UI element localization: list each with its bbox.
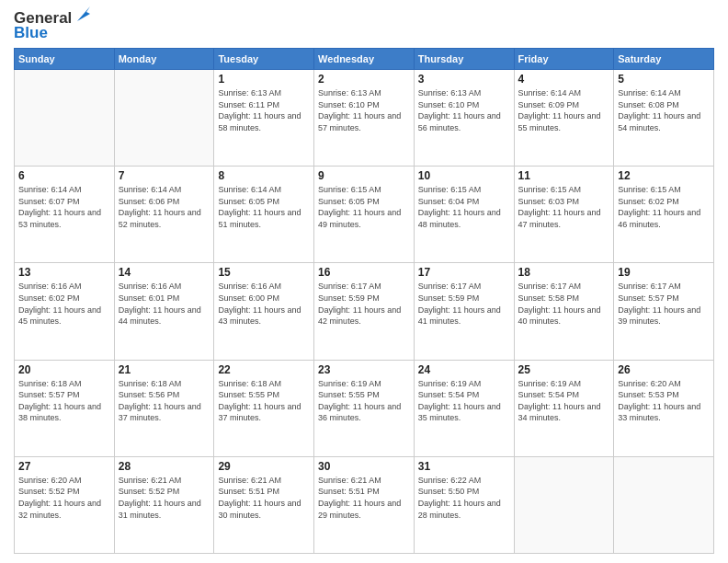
week-row-4: 20Sunrise: 6:18 AMSunset: 5:57 PMDayligh… [15,360,714,456]
day-cell: 25Sunrise: 6:19 AMSunset: 5:54 PMDayligh… [514,360,614,456]
day-number: 27 [18,460,110,473]
day-number: 18 [518,266,610,279]
day-info: Sunrise: 6:21 AMSunset: 5:52 PMDaylight:… [119,475,210,521]
day-info: Sunrise: 6:14 AMSunset: 6:06 PMDaylight:… [119,184,210,230]
day-info: Sunrise: 6:17 AMSunset: 5:59 PMDaylight:… [418,281,510,327]
day-number: 5 [618,73,710,86]
day-info: Sunrise: 6:17 AMSunset: 5:59 PMDaylight:… [318,281,410,327]
day-cell: 2Sunrise: 6:13 AMSunset: 6:10 PMDaylight… [314,70,415,167]
weekday-wednesday: Wednesday [314,49,415,70]
logo-icon [74,5,94,25]
weekday-monday: Monday [114,49,214,70]
day-info: Sunrise: 6:20 AMSunset: 5:52 PMDaylight:… [18,475,110,521]
day-cell: 10Sunrise: 6:15 AMSunset: 6:04 PMDayligh… [414,167,514,263]
day-info: Sunrise: 6:15 AMSunset: 6:05 PMDaylight:… [318,184,410,230]
day-cell: 9Sunrise: 6:15 AMSunset: 6:05 PMDaylight… [314,167,415,263]
day-number: 1 [218,73,310,86]
day-cell [114,70,214,167]
day-info: Sunrise: 6:16 AMSunset: 6:02 PMDaylight:… [18,281,110,327]
day-info: Sunrise: 6:19 AMSunset: 5:54 PMDaylight:… [518,378,610,424]
day-number: 28 [119,460,210,473]
day-cell: 21Sunrise: 6:18 AMSunset: 5:56 PMDayligh… [114,360,214,456]
week-row-5: 27Sunrise: 6:20 AMSunset: 5:52 PMDayligh… [15,456,714,553]
day-cell: 30Sunrise: 6:21 AMSunset: 5:51 PMDayligh… [314,456,415,553]
day-number: 30 [318,460,410,473]
day-number: 29 [218,460,310,473]
day-info: Sunrise: 6:19 AMSunset: 5:55 PMDaylight:… [318,378,410,424]
day-cell: 18Sunrise: 6:17 AMSunset: 5:58 PMDayligh… [514,263,614,360]
day-number: 7 [119,169,210,182]
day-cell: 19Sunrise: 6:17 AMSunset: 5:57 PMDayligh… [614,263,714,360]
day-cell [514,456,614,553]
day-number: 17 [418,266,510,279]
day-number: 10 [418,169,510,182]
day-cell: 24Sunrise: 6:19 AMSunset: 5:54 PMDayligh… [414,360,514,456]
weekday-saturday: Saturday [614,49,714,70]
day-info: Sunrise: 6:14 AMSunset: 6:07 PMDaylight:… [18,184,110,230]
day-number: 15 [218,266,310,279]
weekday-tuesday: Tuesday [214,49,314,70]
weekday-sunday: Sunday [15,49,115,70]
day-number: 19 [618,266,710,279]
weekday-header-row: SundayMondayTuesdayWednesdayThursdayFrid… [15,49,714,70]
day-number: 8 [218,169,310,182]
day-cell: 5Sunrise: 6:14 AMSunset: 6:08 PMDaylight… [614,70,714,167]
day-info: Sunrise: 6:13 AMSunset: 6:10 PMDaylight:… [418,87,510,133]
day-cell: 4Sunrise: 6:14 AMSunset: 6:09 PMDaylight… [514,70,614,167]
day-cell [614,456,714,553]
weekday-friday: Friday [514,49,614,70]
day-info: Sunrise: 6:19 AMSunset: 5:54 PMDaylight:… [418,378,510,424]
day-number: 21 [119,363,210,376]
logo: General Blue [14,9,94,42]
day-cell: 31Sunrise: 6:22 AMSunset: 5:50 PMDayligh… [414,456,514,553]
day-info: Sunrise: 6:14 AMSunset: 6:05 PMDaylight:… [218,184,310,230]
day-info: Sunrise: 6:17 AMSunset: 5:58 PMDaylight:… [518,281,610,327]
day-cell [15,70,115,167]
day-info: Sunrise: 6:17 AMSunset: 5:57 PMDaylight:… [618,281,710,327]
day-number: 2 [318,73,410,86]
day-cell: 20Sunrise: 6:18 AMSunset: 5:57 PMDayligh… [15,360,115,456]
day-number: 24 [418,363,510,376]
week-row-1: 1Sunrise: 6:13 AMSunset: 6:11 PMDaylight… [15,70,714,167]
day-cell: 13Sunrise: 6:16 AMSunset: 6:02 PMDayligh… [15,263,115,360]
day-number: 20 [18,363,110,376]
day-number: 4 [518,73,610,86]
svg-marker-0 [77,6,90,21]
day-number: 25 [518,363,610,376]
day-number: 13 [18,266,110,279]
day-number: 11 [518,169,610,182]
day-info: Sunrise: 6:21 AMSunset: 5:51 PMDaylight:… [318,475,410,521]
day-cell: 16Sunrise: 6:17 AMSunset: 5:59 PMDayligh… [314,263,415,360]
day-number: 16 [318,266,410,279]
day-info: Sunrise: 6:22 AMSunset: 5:50 PMDaylight:… [418,475,510,521]
day-number: 26 [618,363,710,376]
day-cell: 11Sunrise: 6:15 AMSunset: 6:03 PMDayligh… [514,167,614,263]
day-cell: 3Sunrise: 6:13 AMSunset: 6:10 PMDaylight… [414,70,514,167]
day-info: Sunrise: 6:16 AMSunset: 6:00 PMDaylight:… [218,281,310,327]
day-number: 12 [618,169,710,182]
day-number: 14 [119,266,210,279]
day-cell: 8Sunrise: 6:14 AMSunset: 6:05 PMDaylight… [214,167,314,263]
calendar-page: General Blue SundayMondayTuesdayWednesda… [0,0,728,563]
day-cell: 6Sunrise: 6:14 AMSunset: 6:07 PMDaylight… [15,167,115,263]
day-cell: 14Sunrise: 6:16 AMSunset: 6:01 PMDayligh… [114,263,214,360]
calendar-table: SundayMondayTuesdayWednesdayThursdayFrid… [14,48,714,554]
week-row-3: 13Sunrise: 6:16 AMSunset: 6:02 PMDayligh… [15,263,714,360]
day-cell: 1Sunrise: 6:13 AMSunset: 6:11 PMDaylight… [214,70,314,167]
day-number: 23 [318,363,410,376]
day-info: Sunrise: 6:13 AMSunset: 6:10 PMDaylight:… [318,87,410,133]
day-cell: 28Sunrise: 6:21 AMSunset: 5:52 PMDayligh… [114,456,214,553]
day-info: Sunrise: 6:14 AMSunset: 6:09 PMDaylight:… [518,87,610,133]
day-info: Sunrise: 6:15 AMSunset: 6:04 PMDaylight:… [418,184,510,230]
day-cell: 29Sunrise: 6:21 AMSunset: 5:51 PMDayligh… [214,456,314,553]
day-info: Sunrise: 6:14 AMSunset: 6:08 PMDaylight:… [618,87,710,133]
week-row-2: 6Sunrise: 6:14 AMSunset: 6:07 PMDaylight… [15,167,714,263]
day-cell: 17Sunrise: 6:17 AMSunset: 5:59 PMDayligh… [414,263,514,360]
day-cell: 7Sunrise: 6:14 AMSunset: 6:06 PMDaylight… [114,167,214,263]
day-number: 9 [318,169,410,182]
day-cell: 23Sunrise: 6:19 AMSunset: 5:55 PMDayligh… [314,360,415,456]
day-number: 22 [218,363,310,376]
day-info: Sunrise: 6:13 AMSunset: 6:11 PMDaylight:… [218,87,310,133]
weekday-thursday: Thursday [414,49,514,70]
day-info: Sunrise: 6:20 AMSunset: 5:53 PMDaylight:… [618,378,710,424]
